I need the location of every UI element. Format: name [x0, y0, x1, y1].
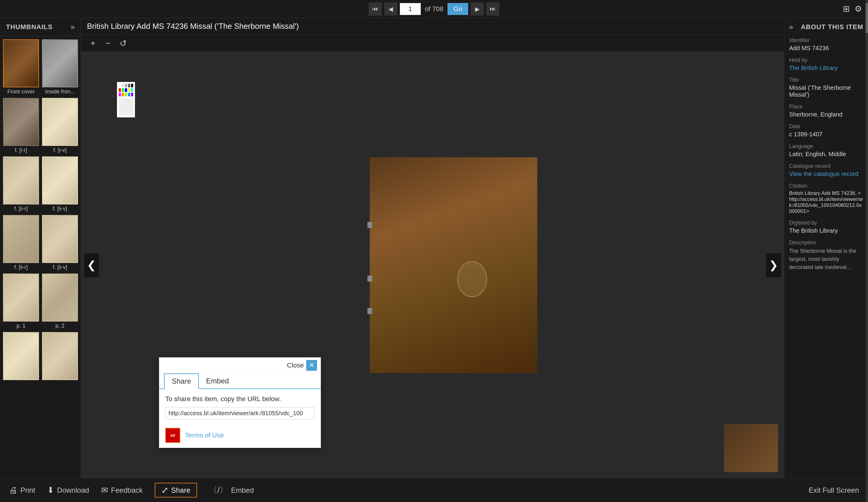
tab-share[interactable]: Share	[164, 373, 199, 389]
nav-left-button[interactable]: ❮	[84, 253, 99, 277]
share-button[interactable]: ⤢ Share	[155, 483, 197, 498]
zoom-in-button[interactable]: +	[87, 37, 99, 49]
print-button[interactable]: 🖨 Print	[9, 485, 35, 495]
meta-label-catalogue: Catalogue record	[789, 163, 863, 169]
meta-language: Language Latin; English, Middle	[789, 143, 863, 158]
main-layout: THUMBNAILS » Front cover Inside fron... …	[0, 18, 868, 478]
meta-label-digitised-by: Digitised by	[789, 220, 863, 226]
meta-label-citation: Citation	[789, 183, 863, 189]
modal-close-button[interactable]: ✕	[306, 360, 317, 371]
download-button[interactable]: ⬇ Download	[47, 485, 89, 495]
go-button[interactable]: Go	[447, 3, 468, 15]
thumbnail-item-1[interactable]: Front cover	[3, 39, 39, 95]
thumbnail-label-10: p. 2	[55, 323, 64, 329]
settings-button[interactable]: ⚙	[855, 4, 862, 14]
right-panel: » ABOUT THIS ITEM Identifier Add MS 7423…	[784, 18, 868, 478]
exit-fullscreen-button[interactable]: Exit Full Screen	[809, 486, 859, 494]
meta-label-place: Place	[789, 103, 863, 110]
page-title: British Library Add MS 74236 Missal ('Th…	[87, 22, 299, 31]
thumbnail-image-12	[42, 332, 78, 380]
thumbnail-item-5[interactable]: f. [ii-r]	[3, 157, 39, 212]
color-swatch	[131, 93, 133, 97]
mini-preview	[724, 424, 778, 472]
thumbnail-image-9	[3, 273, 39, 322]
meta-value-title: Missal ('The Sherborne Missal')	[789, 84, 863, 98]
thumbnail-item-6[interactable]: f. [ii-v]	[42, 157, 78, 212]
iiif-logo: iiif	[165, 428, 180, 443]
terms-of-use-link[interactable]: Terms of Use	[185, 431, 224, 439]
grid-view-button[interactable]: ⊞	[843, 4, 850, 14]
top-bar-right: ⊞ ⚙	[843, 4, 862, 14]
thumbnail-item-9[interactable]: p. 1	[3, 273, 39, 329]
sidebar-scrollbar[interactable]	[866, 0, 868, 502]
meta-link-held-by[interactable]: The British Library	[789, 64, 863, 71]
color-swatch	[131, 88, 133, 92]
meta-label-identifier: Identifier	[789, 37, 863, 43]
thumbnail-item-7[interactable]: f. [ii-r]	[3, 215, 39, 271]
nav-first-button[interactable]: ⏮	[369, 2, 382, 16]
feedback-icon: ✉	[101, 485, 108, 495]
color-swatch	[128, 88, 130, 92]
sidebar-collapse-button[interactable]: »	[71, 23, 75, 31]
meta-catalogue: Catalogue record View the catalogue reco…	[789, 163, 863, 178]
iiif-label: iiif	[170, 433, 175, 438]
right-panel-expand-button[interactable]: »	[789, 23, 793, 31]
page-number-input[interactable]	[400, 3, 421, 15]
zoom-out-button[interactable]: −	[102, 37, 114, 49]
share-url-input[interactable]	[165, 407, 314, 420]
feedback-button[interactable]: ✉ Feedback	[101, 485, 143, 495]
print-icon: 🖨	[9, 485, 18, 495]
thumbnail-image-8	[42, 215, 78, 263]
manuscript-emblem	[457, 261, 487, 297]
nav-prev-button[interactable]: ◀	[384, 2, 397, 16]
embed-button[interactable]: 〈/〉 Embed	[209, 484, 254, 496]
embed-icon: 〈/〉	[209, 484, 228, 496]
nav-right-button[interactable]: ❯	[766, 253, 781, 277]
color-swatch	[128, 93, 130, 97]
modal-close-row: Close ✕	[159, 358, 321, 373]
color-swatch	[122, 93, 124, 97]
sidebar-scrollbar-thumb[interactable]	[866, 3, 868, 33]
color-swatch	[125, 88, 127, 92]
thumbnail-label-3: f. [i-r]	[15, 147, 27, 153]
meta-identifier: Identifier Add MS 74236	[789, 37, 863, 52]
meta-link-catalogue[interactable]: View the catalogue record	[789, 171, 863, 178]
meta-label-description: Description	[789, 240, 863, 246]
thumbnail-image-7	[3, 215, 39, 263]
thumbnail-item-4[interactable]: f. [i-v]	[42, 98, 78, 153]
thumbnail-item-11[interactable]	[3, 332, 39, 381]
bottom-bar: 🖨 Print ⬇ Download ✉ Feedback ⤢ Share 〈/…	[0, 478, 868, 502]
color-reference-strip	[119, 98, 133, 116]
nav-next-button[interactable]: ▶	[471, 2, 484, 16]
thumbnail-image-3	[3, 98, 39, 146]
color-swatch	[122, 88, 124, 92]
thumbnail-item-10[interactable]: p. 2	[42, 273, 78, 329]
meta-label-language: Language	[789, 143, 863, 150]
thumbnail-item-3[interactable]: f. [i-r]	[3, 98, 39, 153]
meta-label-date: Date	[789, 123, 863, 130]
thumbnail-item-12[interactable]	[42, 332, 78, 381]
thumbnail-label-7: f. [ii-r]	[14, 264, 28, 271]
meta-date: Date c 1399-1407	[789, 123, 863, 138]
tab-embed[interactable]: Embed	[199, 373, 236, 389]
modal-tabs: Share Embed	[159, 373, 321, 389]
modal-description: To share this item, copy the URL below.	[165, 395, 314, 403]
thumbnail-image-5	[3, 157, 39, 204]
pagination-controls: ⏮ ◀ of 708 Go ▶ ⏭	[369, 2, 500, 16]
meta-label-title: Title	[789, 77, 863, 83]
thumbnail-item-8[interactable]: f. [ii-v]	[42, 215, 78, 271]
color-swatch	[119, 84, 121, 87]
thumbnail-image-1	[3, 39, 39, 87]
download-icon: ⬇	[47, 485, 54, 495]
thumbnail-image-6	[42, 157, 78, 204]
about-title: ABOUT THIS ITEM	[801, 23, 863, 31]
thumbnail-image-2	[42, 39, 78, 87]
thumbnail-image-10	[42, 273, 78, 322]
center-panel: British Library Add MS 74236 Missal ('Th…	[81, 18, 784, 478]
rotate-button[interactable]: ↺	[117, 37, 129, 49]
nav-last-button[interactable]: ⏭	[486, 2, 499, 16]
share-icon: ⤢	[161, 485, 168, 495]
meta-place: Place Sherborne, England	[789, 103, 863, 118]
meta-value-digitised-by: The British Library	[789, 227, 863, 234]
thumbnail-item-2[interactable]: Inside fron...	[42, 39, 78, 95]
